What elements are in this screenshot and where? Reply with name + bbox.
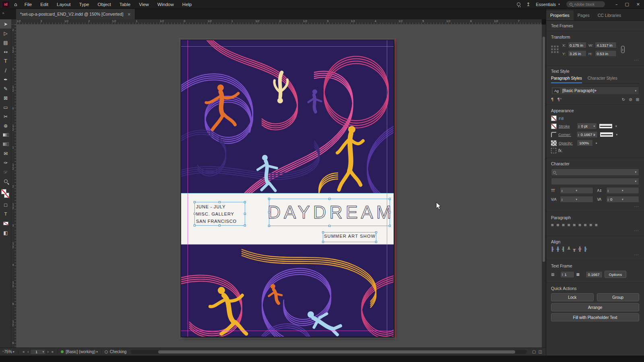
more-options-button[interactable]: ··· — [551, 205, 639, 209]
lock-button[interactable]: Lock — [551, 293, 594, 301]
hand-tool[interactable]: ☞ — [0, 167, 11, 177]
free-transform-tool[interactable]: ⊕ — [0, 121, 11, 130]
stroke-weight-input[interactable] — [580, 123, 593, 129]
last-page-button[interactable]: » — [50, 350, 55, 354]
menu-help[interactable]: Help — [182, 2, 192, 7]
tracking-input[interactable] — [609, 197, 621, 202]
tab-character-styles[interactable]: Character Styles — [588, 76, 617, 83]
font-size-input[interactable] — [563, 188, 575, 193]
stroke-style-preview[interactable] — [599, 123, 613, 129]
columns-input[interactable] — [564, 272, 573, 277]
selection-handle[interactable] — [194, 213, 196, 215]
tab-close-icon[interactable]: × — [127, 12, 130, 16]
zoom-level[interactable]: 75% — [4, 350, 12, 354]
align-button[interactable]: ╢ — [562, 247, 565, 252]
info-text-frame[interactable]: JUNE - JULY MISC. GALLERY SAN FRANCISCO — [194, 202, 245, 226]
share-icon[interactable]: ↥ — [526, 2, 530, 7]
columns-stepper[interactable]: ▴▾ — [560, 271, 574, 278]
next-page-button[interactable]: › — [46, 350, 50, 354]
gradient-tool[interactable] — [0, 130, 11, 140]
close-button[interactable]: × — [636, 2, 640, 7]
panel-collapse-icon[interactable]: » — [2, 11, 4, 15]
align-button[interactable]: ╥ — [573, 247, 576, 252]
clear-overrides-icon[interactable]: ⊘ — [629, 97, 632, 102]
leading-input[interactable] — [609, 188, 621, 193]
direct-selection-tool[interactable]: ▷ — [0, 29, 11, 38]
stroke-color-swatch[interactable] — [551, 123, 557, 129]
reference-point-selector[interactable] — [551, 45, 559, 53]
inset-input[interactable] — [587, 272, 601, 277]
align-button[interactable]: ╨ — [568, 247, 570, 252]
spread-view-icon[interactable]: ▢ — [531, 350, 537, 354]
group-button[interactable]: Group — [597, 293, 640, 301]
tab-paragraph-styles[interactable]: Paragraph Styles — [551, 76, 582, 83]
chevron-right-icon[interactable]: ▾ — [595, 142, 598, 145]
paragraph-align-button[interactable]: ≡ — [584, 222, 587, 228]
rectangle-frame-tool[interactable]: ⊠ — [0, 93, 11, 103]
paragraph-align-button[interactable]: ≡ — [557, 222, 559, 228]
menu-object[interactable]: Object — [97, 2, 111, 7]
fill-color-swatch[interactable] — [551, 115, 557, 121]
font-size-stepper[interactable]: ▴▾ ▾ — [560, 187, 593, 194]
arrange-button[interactable]: Arrange — [551, 303, 639, 311]
paragraph-mark-icon[interactable]: ¶ — [551, 97, 553, 102]
selection-handle[interactable] — [375, 241, 377, 243]
minimize-button[interactable]: – — [615, 2, 618, 7]
fx-label[interactable]: fx. — [558, 148, 563, 153]
fill-swatch[interactable] — [1, 189, 6, 194]
line-tool[interactable]: ∕ — [0, 66, 11, 75]
preflight-profile[interactable]: [Basic] (working) — [66, 350, 95, 354]
menu-file[interactable]: File — [25, 2, 32, 7]
paragraph-align-button[interactable]: ≡ — [562, 222, 565, 228]
menu-edit[interactable]: Edit — [40, 2, 48, 7]
corner-label[interactable]: Corner: — [558, 132, 574, 137]
selection-handle[interactable] — [389, 211, 391, 213]
fill-with-placeholder-button[interactable]: Fill with Placeholder Text — [551, 313, 639, 321]
split-view-icon[interactable]: ◫ — [537, 350, 543, 354]
type-tool[interactable]: T — [0, 56, 11, 66]
home-icon[interactable]: ⌂ — [14, 2, 17, 7]
selection-handle[interactable] — [219, 201, 221, 203]
paragraph-align-button[interactable]: ≡ — [578, 222, 581, 228]
stepper-arrows-icon[interactable]: ▴▾ — [578, 125, 580, 128]
align-button[interactable]: ╠ — [584, 247, 587, 252]
pencil-tool[interactable]: ✎ — [0, 84, 11, 93]
chevron-down-icon[interactable]: ▾ — [615, 125, 618, 128]
paragraph-align-button[interactable]: ≡ — [573, 222, 576, 228]
zoom-tool[interactable] — [0, 177, 11, 186]
paragraph-align-button[interactable]: ≡ — [551, 222, 554, 228]
tab-properties[interactable]: Properties — [546, 10, 574, 21]
selection-handle[interactable] — [322, 241, 324, 243]
tab-pages[interactable]: Pages — [574, 10, 594, 21]
style-options-icon[interactable]: ⊞ — [636, 97, 639, 102]
screen-mode-button[interactable]: ◧ — [0, 228, 11, 237]
menu-window[interactable]: Window — [157, 2, 174, 7]
apply-none-button[interactable] — [0, 219, 11, 228]
opacity-input[interactable] — [578, 140, 592, 146]
bottom-panel-chevron-icon[interactable]: » — [2, 349, 4, 353]
align-button[interactable]: ╬ — [578, 247, 581, 252]
menu-table[interactable]: Table — [120, 2, 131, 7]
kerning-stepper[interactable]: ▴▾ ▾ — [560, 196, 593, 203]
corner-radius-stepper[interactable]: ▴▾ — [576, 131, 598, 138]
x-input[interactable] — [568, 42, 586, 48]
more-options-button[interactable]: ··· — [551, 229, 639, 233]
font-family-dropdown[interactable]: ▾ — [551, 169, 639, 176]
adobe-stock-search[interactable] — [566, 1, 605, 7]
menu-layout[interactable]: Layout — [57, 2, 71, 7]
lightbulb-icon[interactable] — [517, 2, 520, 6]
object-effects-icon[interactable] — [551, 148, 556, 153]
w-input[interactable] — [595, 42, 617, 48]
text-frame-options-button[interactable]: Options — [605, 271, 627, 278]
align-button[interactable]: ╫ — [557, 247, 559, 252]
vertical-ruler[interactable]: 21/211/201/211/221/231/241/251/26 — [11, 25, 17, 348]
selection-handle[interactable] — [244, 213, 246, 215]
selection-handle[interactable] — [194, 201, 196, 203]
selection-handle[interactable] — [322, 231, 324, 233]
create-style-icon[interactable]: ¶⁺ — [557, 97, 562, 102]
corner-radius-input[interactable] — [580, 132, 597, 138]
postcard-page[interactable]: JUNE - JULY MISC. GALLERY SAN FRANCISCO … — [181, 40, 394, 337]
first-page-button[interactable]: « — [21, 350, 26, 354]
selection-handle[interactable] — [194, 224, 196, 226]
previous-page-button[interactable]: ‹ — [26, 350, 30, 354]
